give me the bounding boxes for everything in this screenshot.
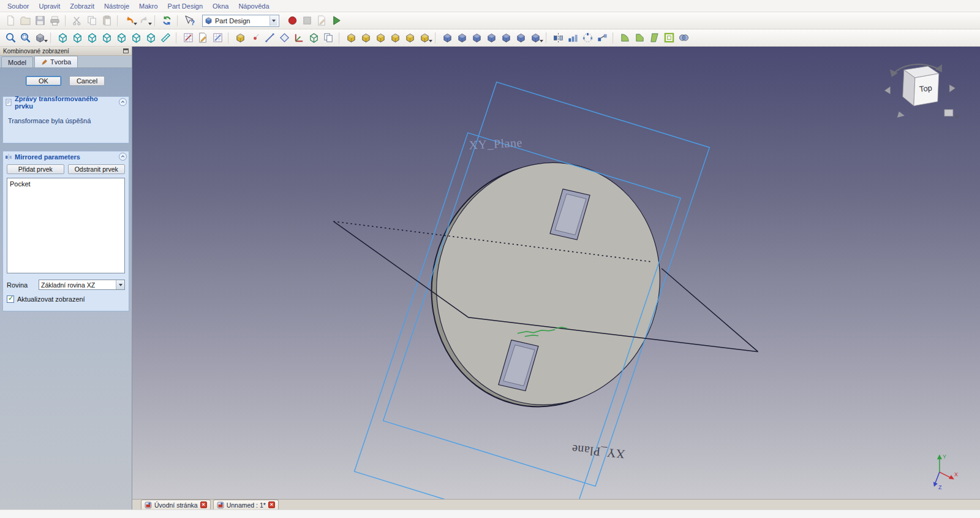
menu-soubor[interactable]: Soubor	[2, 1, 34, 12]
menu-bar: SouborUpravitZobrazitNástrojeMakroPart D…	[0, 0, 980, 12]
add-feature-button[interactable]: Přidat prvek	[7, 164, 64, 174]
workbench-selector[interactable]: Part Design	[202, 15, 279, 27]
whats-this-icon[interactable]	[182, 13, 197, 28]
datum-line-icon[interactable]	[262, 31, 277, 45]
menu-zobrazit[interactable]: Zobrazit	[65, 1, 99, 12]
print-icon[interactable]	[47, 13, 62, 28]
features-listbox[interactable]: Pocket	[7, 178, 125, 273]
create-sketch-icon[interactable]	[181, 31, 195, 45]
tab-tasks[interactable]: Tvorba	[34, 56, 78, 67]
open-document-icon[interactable]	[18, 13, 32, 28]
freecad-doc-icon	[145, 501, 152, 509]
groove-icon[interactable]	[469, 31, 484, 45]
macro-record-icon[interactable]	[285, 13, 300, 28]
rotate-bottom-icon[interactable]	[897, 112, 905, 118]
plane-select[interactable]: Základní rovina XZ	[39, 280, 125, 290]
hole-icon[interactable]	[454, 31, 469, 45]
subtractive-loft-icon[interactable]	[484, 31, 499, 45]
menu-okna[interactable]: Okna	[208, 1, 233, 12]
menu-makro[interactable]: Makro	[134, 1, 163, 12]
paste-icon[interactable]	[99, 13, 114, 28]
local-coordinate-system-icon[interactable]	[292, 31, 306, 45]
fillet-icon[interactable]	[617, 31, 632, 45]
feature-item[interactable]: Pocket	[10, 180, 122, 188]
right-view-icon[interactable]	[99, 31, 114, 45]
fit-all-icon[interactable]	[3, 31, 18, 45]
pocket-icon[interactable]	[440, 31, 454, 45]
boolean-operation-icon[interactable]	[676, 31, 691, 45]
draft-icon[interactable]	[647, 31, 662, 45]
bottom-view-icon[interactable]	[129, 31, 143, 45]
tab-model[interactable]: Model	[1, 56, 33, 67]
ok-button[interactable]: OK	[26, 76, 61, 86]
box-zoom-icon[interactable]	[18, 31, 32, 45]
collapse-section-icon[interactable]	[119, 98, 127, 106]
cut-icon[interactable]	[70, 13, 85, 28]
chamfer-icon[interactable]	[632, 31, 647, 45]
doc-tab-unnamed[interactable]: Unnamed : 1* ×	[213, 500, 279, 509]
additive-primitive-icon[interactable]	[417, 31, 432, 45]
thickness-icon[interactable]	[662, 31, 676, 45]
menu-napoveda[interactable]: Nápověda	[233, 1, 274, 12]
macro-play-icon[interactable]	[329, 13, 344, 28]
top-view-icon[interactable]	[85, 31, 99, 45]
create-body-icon[interactable]	[233, 31, 247, 45]
measure-distance-icon[interactable]	[158, 31, 173, 45]
save-document-icon[interactable]	[32, 13, 47, 28]
doc-tab-start-page[interactable]: Úvodní stránka ×	[141, 500, 211, 509]
chevron-down-icon[interactable]	[270, 16, 277, 26]
revolve-icon[interactable]	[358, 31, 373, 45]
linear-pattern-icon[interactable]	[565, 31, 580, 45]
close-tab-icon[interactable]: ×	[200, 501, 207, 508]
rotate-right-icon[interactable]	[949, 85, 956, 93]
subtractive-primitive-icon[interactable]	[528, 31, 543, 45]
subtractive-pipe-icon[interactable]	[499, 31, 513, 45]
3d-viewport[interactable]: XY_Plane XY_Plane Top	[132, 47, 980, 499]
datum-plane-icon[interactable]	[277, 31, 292, 45]
rear-view-icon[interactable]	[114, 31, 129, 45]
collapse-section-icon[interactable]	[119, 153, 127, 161]
refresh-icon[interactable]	[159, 13, 174, 28]
map-sketch-to-face-icon[interactable]	[210, 31, 225, 45]
additive-pipe-icon[interactable]	[388, 31, 402, 45]
rotate-left-icon[interactable]	[884, 86, 891, 94]
datum-point-icon[interactable]	[247, 31, 262, 45]
update-view-checkbox[interactable]	[7, 295, 14, 303]
redo-icon[interactable]	[137, 13, 151, 28]
edit-sketch-icon[interactable]	[195, 31, 210, 45]
remove-feature-button[interactable]: Odstranit prvek	[68, 164, 126, 174]
navigation-cube[interactable]: Top	[884, 64, 959, 119]
macro-edit-icon[interactable]	[314, 13, 329, 28]
navcube-face-label[interactable]: Top	[919, 83, 933, 94]
multitransform-icon[interactable]	[595, 31, 609, 45]
undo-icon[interactable]	[122, 13, 137, 28]
macro-stop-icon[interactable]	[300, 13, 314, 28]
pad-icon[interactable]	[344, 31, 358, 45]
menu-part-design[interactable]: Part Design	[163, 1, 208, 12]
view-partdesign-toolbar	[0, 29, 980, 47]
copy-icon[interactable]	[85, 13, 99, 28]
left-view-icon[interactable]	[143, 31, 158, 45]
disc-solid[interactable]	[406, 139, 685, 430]
float-panel-icon[interactable]	[123, 48, 129, 53]
navcube-menu-button[interactable]	[944, 110, 953, 116]
shape-binder-icon[interactable]	[306, 31, 321, 45]
3d-scene[interactable]: XY_Plane XY_Plane Top	[132, 47, 980, 499]
status-bar	[0, 509, 980, 518]
close-tab-icon[interactable]: ×	[268, 501, 275, 508]
subtractive-helix-icon[interactable]	[513, 31, 528, 45]
plane-label: Rovina	[7, 281, 34, 289]
clone-icon[interactable]	[321, 31, 336, 45]
polar-pattern-icon[interactable]	[580, 31, 595, 45]
additive-loft-icon[interactable]	[373, 31, 388, 45]
mirrored-icon[interactable]	[551, 31, 565, 45]
chevron-down-icon[interactable]	[955, 116, 959, 119]
cancel-button[interactable]: Cancel	[69, 76, 105, 86]
new-document-icon[interactable]	[3, 13, 18, 28]
menu-nastroje[interactable]: Nástroje	[99, 1, 134, 12]
additive-helix-icon[interactable]	[402, 31, 417, 45]
axonometric-view-icon[interactable]	[55, 31, 70, 45]
draw-style-icon[interactable]	[32, 31, 47, 45]
front-view-icon[interactable]	[70, 31, 85, 45]
menu-upravit[interactable]: Upravit	[34, 1, 65, 12]
